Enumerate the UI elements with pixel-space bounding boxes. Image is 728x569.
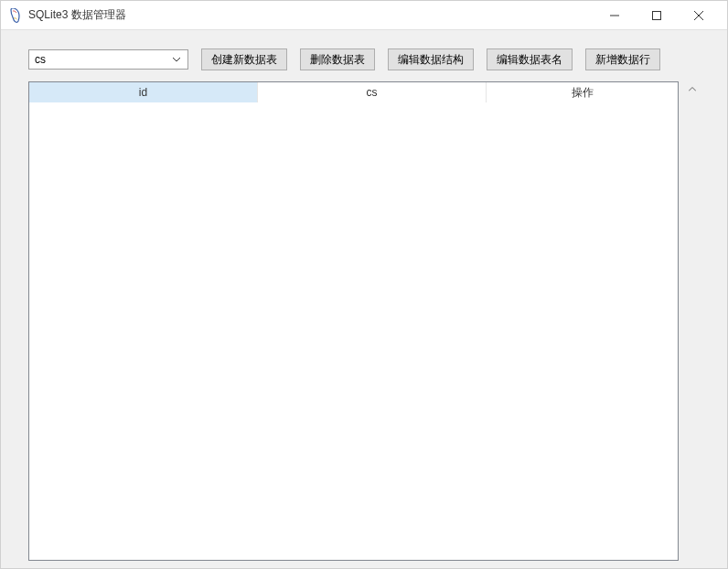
table-header-row: id cs 操作 (29, 82, 678, 102)
scroll-up-icon (684, 81, 700, 97)
maximize-button[interactable] (636, 2, 678, 29)
window-controls (594, 2, 720, 29)
content-area: id cs 操作 (1, 81, 727, 568)
window-title: SQLite3 数据管理器 (28, 7, 594, 23)
toolbar: cs 创建新数据表 删除数据表 编辑数据结构 编辑数据表名 新增数据行 (1, 30, 727, 81)
dropdown-selected-value: cs (35, 53, 169, 66)
edit-table-name-button[interactable]: 编辑数据表名 (487, 48, 573, 70)
column-header-cs[interactable]: cs (258, 82, 487, 102)
column-header-operation[interactable]: 操作 (487, 82, 678, 102)
app-window: SQLite3 数据管理器 cs 创建新数据表 删除数据表 编辑数据结构 编辑数… (0, 0, 728, 569)
app-icon (8, 8, 23, 23)
minimize-button[interactable] (594, 2, 636, 29)
create-table-button[interactable]: 创建新数据表 (201, 48, 287, 70)
table-select-dropdown[interactable]: cs (28, 49, 188, 70)
data-table: id cs 操作 (28, 81, 679, 561)
titlebar: SQLite3 数据管理器 (1, 1, 727, 30)
edit-structure-button[interactable]: 编辑数据结构 (388, 48, 474, 70)
svg-rect-1 (653, 11, 661, 19)
column-header-label: 操作 (572, 85, 594, 101)
vertical-scrollbar[interactable] (684, 81, 700, 561)
column-header-label: id (139, 86, 147, 99)
delete-table-button[interactable]: 删除数据表 (300, 48, 375, 70)
column-header-label: cs (367, 86, 378, 99)
close-button[interactable] (678, 2, 720, 29)
column-header-id[interactable]: id (29, 82, 258, 102)
chevron-down-icon (169, 58, 184, 62)
add-row-button[interactable]: 新增数据行 (585, 48, 660, 70)
